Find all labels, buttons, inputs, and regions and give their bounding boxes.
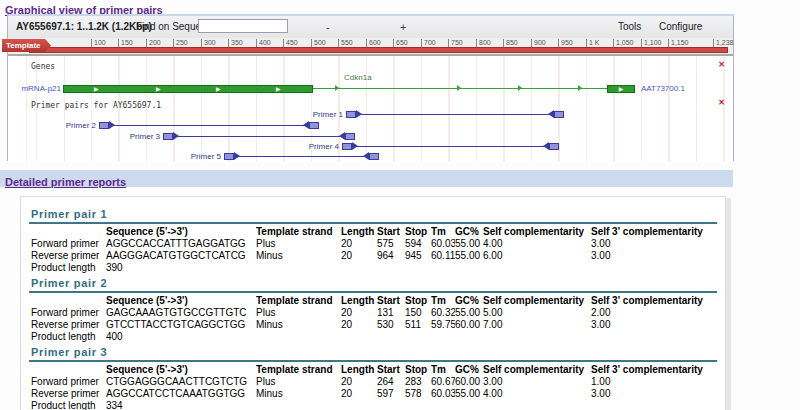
ruler-tick: 100 <box>91 39 106 47</box>
primer-pair-feature[interactable]: Primer 3 <box>29 133 729 141</box>
forward-primer-arrow[interactable] <box>342 143 352 150</box>
primer-value-cell: Minus <box>256 388 341 400</box>
primer-row-label: Reverse primer <box>31 388 106 400</box>
report-column-header: Self complementarity <box>483 224 591 238</box>
report-header-row: Sequence (5'->3')Template strandLengthSt… <box>31 293 717 307</box>
gene-end-exon-box[interactable]: ▶ <box>607 85 635 93</box>
primer-value-cell: 60.03 <box>431 238 455 250</box>
primer-value-cell: Minus <box>256 250 341 262</box>
primer-pair-feature[interactable]: Primer 4 <box>29 143 729 151</box>
report-column-header: GC% <box>455 224 483 238</box>
primer-value-cell: 530 <box>377 319 405 331</box>
ruler-tick: 600 <box>366 39 381 47</box>
exon-direction-arrow: ▶ <box>216 85 221 93</box>
product-length-row: Product length390 <box>31 262 717 274</box>
primer-span-line <box>356 114 554 115</box>
mrna-exon-bar[interactable]: ▶▶▶▶▶ <box>63 85 313 93</box>
primer-pair-feature[interactable]: Primer 5 <box>29 153 729 161</box>
forward-primer-arrow[interactable] <box>224 153 234 160</box>
primer-value-cell: 5.00 <box>483 307 591 319</box>
genes-track-label: Genes <box>31 62 55 71</box>
report-column-header: Length <box>341 362 377 376</box>
primer-pair-feature[interactable]: Primer 2 <box>29 122 729 130</box>
primer-value-cell: 20 <box>341 388 377 400</box>
report-column-header: GC% <box>455 362 483 376</box>
forward-primer-arrow[interactable] <box>163 133 173 140</box>
template-sequence-bar[interactable] <box>29 47 728 53</box>
ruler-tick: 1,150 <box>668 39 689 47</box>
primer-value-cell: 511 <box>405 319 431 331</box>
product-length-value: 390 <box>106 262 256 274</box>
forward-primer-arrow[interactable] <box>99 122 109 129</box>
report-column-header: Length <box>341 224 377 238</box>
primer-value-cell: 3.00 <box>483 376 591 388</box>
report-header-row: Sequence (5'->3')Template strandLengthSt… <box>31 224 717 238</box>
zoom-in-button[interactable]: + <box>400 21 406 33</box>
primer-value-cell: AAGGGACATGTGGCTCATCG <box>106 250 256 262</box>
reverse-primer-arrow[interactable] <box>369 153 379 160</box>
primer-pair-report: Primer pair 2 Sequence (5'->3')Template … <box>29 274 717 343</box>
primer-value-cell: 3.00 <box>591 238 717 250</box>
primer-value-cell: 55.00 <box>455 307 483 319</box>
report-column-header: Sequence (5'->3') <box>106 362 256 376</box>
primer-value-cell: AGGCCACCATTTGAGGATGG <box>106 238 256 250</box>
primer-pair-heading: Primer pair 1 <box>29 205 717 224</box>
primer-pair-feature[interactable]: Primer 1 <box>29 111 729 119</box>
primer-value-cell: 283 <box>405 376 431 388</box>
report-header-row: Sequence (5'->3')Template strandLengthSt… <box>31 362 717 376</box>
close-track-icon[interactable]: ✕ <box>717 60 726 69</box>
ruler-tick: 550 <box>338 39 353 47</box>
intron-direction-arrow <box>335 85 339 91</box>
ruler-tick: 1,100 <box>641 39 662 47</box>
primer-value-cell: 60.11 <box>431 250 455 262</box>
reverse-primer-arrow[interactable] <box>549 143 559 150</box>
primer-row-label: Reverse primer <box>31 250 106 262</box>
report-column-header <box>31 293 106 307</box>
product-length-value: 400 <box>106 331 256 343</box>
report-column-header: Self complementarity <box>483 293 591 307</box>
primer-pair-table: Sequence (5'->3')Template strandLengthSt… <box>31 362 717 410</box>
primer-value-cell: 7.00 <box>483 319 591 331</box>
detailed-reports-band: Detailed primer reports <box>0 170 733 187</box>
primer-feature-label: Primer 5 <box>191 152 221 161</box>
primer-value-cell: GTCCTTACCTGTCAGGCTGG <box>106 319 256 331</box>
primer-feature-label: Primer 2 <box>66 121 96 130</box>
reverse-primer-arrow[interactable] <box>554 111 564 118</box>
primer-value-cell: Plus <box>256 307 341 319</box>
primer-value-cell: 578 <box>405 388 431 400</box>
find-on-sequence-input[interactable] <box>198 19 288 33</box>
primer-value-cell: 597 <box>377 388 405 400</box>
primer-reports-card: Primer pair 1 Sequence (5'->3')Template … <box>20 196 726 410</box>
ruler-tick: 200 <box>146 39 161 47</box>
detailed-reports-link[interactable]: Detailed primer reports <box>5 176 126 188</box>
tools-menu-button[interactable]: Tools <box>618 21 641 32</box>
primer-row-label: Reverse primer <box>31 319 106 331</box>
zoom-out-button[interactable]: - <box>326 21 330 33</box>
ruler-tick: 900 <box>531 39 546 47</box>
primer-value-cell: Plus <box>256 376 341 388</box>
report-column-header <box>31 224 106 238</box>
ruler-tick: 250 <box>173 39 188 47</box>
close-track-icon[interactable]: ✕ <box>717 98 726 107</box>
primer-value-cell: 150 <box>405 307 431 319</box>
primer-span-line <box>234 156 369 157</box>
primer-track-label: Primer pairs for AY655697.1 <box>31 101 161 110</box>
report-column-header: Length <box>341 293 377 307</box>
report-column-header <box>31 362 106 376</box>
report-column-header: Template strand <box>256 224 341 238</box>
report-column-header: Stop <box>405 224 431 238</box>
report-column-header: GC% <box>455 293 483 307</box>
primer-value-cell: GAGCAAAGTGTGCCGTTGTC <box>106 307 256 319</box>
forward-primer-arrow[interactable] <box>346 111 356 118</box>
configure-menu-button[interactable]: Configure <box>659 21 702 32</box>
primer-value-cell: 575 <box>377 238 405 250</box>
primer-value-cell: 945 <box>405 250 431 262</box>
primer-span-line <box>173 136 345 137</box>
reverse-primer-arrow[interactable] <box>345 133 355 140</box>
primer-value-cell: CTGGAGGGCAACTTCGTCTG <box>106 376 256 388</box>
viewer-toolbar: AY655697.1: 1..1.2K (1.2Kbp) Find on Seq… <box>8 16 733 38</box>
sequence-title: AY655697.1: 1..1.2K (1.2Kbp) <box>16 21 152 32</box>
primer-value-cell: 60.03 <box>431 388 455 400</box>
reverse-primer-arrow[interactable] <box>309 122 319 129</box>
primer-value-cell: Minus <box>256 319 341 331</box>
